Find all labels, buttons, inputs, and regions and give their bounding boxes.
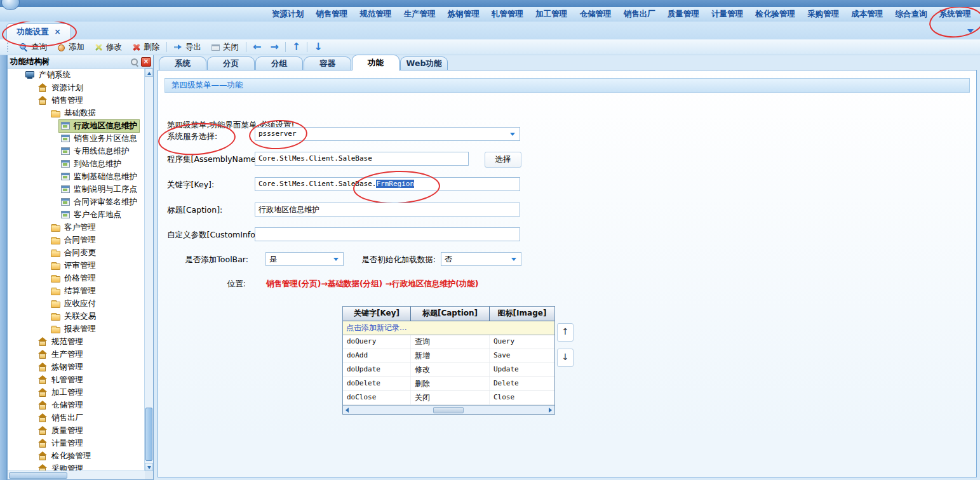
tree-item[interactable]: 合同变更 — [8, 246, 145, 259]
toolbar-button-export[interactable]: 导出 — [169, 41, 206, 54]
chevron-down-icon[interactable] — [967, 29, 974, 33]
grid-add-row[interactable]: 点击添加新记录... — [343, 321, 554, 335]
tree-item[interactable]: 质量管理 — [8, 424, 145, 437]
tree-item[interactable]: 加工管理 — [8, 386, 145, 399]
menu-item[interactable]: 质量管理 — [668, 9, 699, 20]
menu-item[interactable]: 检化验管理 — [755, 9, 795, 20]
tree-item[interactable]: 基础数据 — [8, 107, 145, 119]
scrollbar-thumb[interactable] — [433, 407, 464, 413]
table-row[interactable]: doDelete删除Delete — [343, 377, 554, 391]
menu-item[interactable]: 生产管理 — [404, 9, 436, 20]
custominfo-input[interactable] — [255, 227, 520, 241]
menu-item[interactable]: 轧管管理 — [492, 9, 523, 20]
tree-item[interactable]: 资源计划 — [8, 81, 145, 94]
tree-item[interactable]: 生产管理 — [8, 348, 145, 361]
menu-item[interactable]: 资源计划 — [272, 9, 304, 20]
menu-item[interactable]: 销售管理 — [316, 9, 347, 20]
grid-header-cell[interactable]: 关键字[Key] — [343, 307, 411, 321]
collapsed-side-strip[interactable] — [0, 39, 7, 480]
menu-item[interactable]: 规范管理 — [359, 9, 391, 20]
tree-item[interactable]: 销售业务片区信息 — [8, 132, 145, 145]
tab-close-icon[interactable]: × — [54, 27, 60, 36]
menu-item[interactable]: 加工管理 — [535, 9, 567, 20]
tree-item[interactable]: 合同管理 — [8, 234, 145, 246]
closewin-icon — [211, 43, 220, 51]
table-row[interactable]: doClose关闭Close — [343, 391, 554, 405]
tree-item[interactable]: 产销系统 — [8, 69, 145, 81]
tree-item[interactable]: 销售出厂 — [8, 411, 145, 424]
menu-item[interactable]: 成本管理 — [851, 9, 883, 20]
assembly-input[interactable]: Core.StlMes.Client.SaleBase — [255, 152, 469, 166]
grid-cell-image: Delete — [490, 377, 554, 390]
top-menu: 资源计划销售管理规范管理生产管理炼钢管理轧管管理加工管理仓储管理销售出厂质量管理… — [272, 7, 971, 22]
tree-vertical-scrollbar[interactable] — [144, 69, 153, 471]
tab-Web功能[interactable]: Web功能 — [400, 57, 448, 70]
key-input[interactable]: Core.StlMes.Client.SaleBase.FrmRegion — [255, 177, 520, 191]
tree-item[interactable]: 专用线信息维护 — [8, 145, 145, 157]
table-row[interactable]: doQuery查询Query — [343, 335, 554, 349]
caption-input[interactable]: 行政地区信息维护 — [255, 203, 520, 217]
tree-item[interactable]: 评审管理 — [8, 259, 145, 272]
arrow-left-icon[interactable]: ← — [248, 41, 265, 53]
tree-item[interactable]: 结算管理 — [8, 284, 145, 297]
menu-item[interactable]: 炼钢管理 — [448, 9, 480, 20]
init-load-dropdown[interactable]: 否 — [441, 252, 521, 266]
toolbar-button-closewin[interactable]: 关闭 — [206, 41, 244, 54]
panel-close-icon[interactable]: × — [141, 57, 151, 67]
tree-item[interactable]: 炼钢管理 — [8, 361, 145, 373]
arrow-right-icon[interactable]: → — [265, 41, 283, 53]
tab-系统[interactable]: 系统 — [159, 57, 206, 70]
tree-horizontal-scrollbar[interactable] — [8, 470, 145, 479]
menu-item[interactable]: 系统管理 — [939, 9, 971, 20]
row-move-down-button[interactable]: ↓ — [557, 349, 574, 367]
tree-item[interactable]: 行政地区信息维护 — [8, 119, 145, 132]
toolbar-button-search[interactable]: 查询 — [15, 41, 52, 54]
tree-item[interactable]: 客户仓库地点 — [8, 208, 145, 221]
table-row[interactable]: doUpdate修改Update — [343, 363, 554, 377]
tree-item[interactable]: 仓储管理 — [8, 399, 145, 411]
tree-item[interactable]: 监制说明与工序点 — [8, 183, 145, 196]
toolbar-button-add[interactable]: 添加 — [52, 41, 90, 54]
tab-功能[interactable]: 功能 — [352, 55, 399, 70]
table-row[interactable]: doAdd新增Save — [343, 349, 554, 363]
add-toolbar-dropdown[interactable]: 是 — [265, 252, 344, 266]
tree-item[interactable]: 计量管理 — [8, 437, 145, 450]
scroll-down-icon[interactable] — [145, 463, 153, 471]
scroll-up-icon[interactable] — [145, 69, 153, 77]
tree-item[interactable]: 到站信息维护 — [8, 157, 145, 170]
menu-item[interactable]: 综合查询 — [896, 9, 927, 20]
tree-item[interactable]: 合同评审签名维护 — [8, 196, 145, 208]
tree-item[interactable]: 采购管理 — [8, 462, 145, 471]
menu-item[interactable]: 采购管理 — [807, 9, 839, 20]
arrow-down-icon[interactable]: ↓ — [309, 41, 326, 53]
tree-item[interactable]: 应收应付 — [8, 297, 145, 310]
tree-item[interactable]: 报表管理 — [8, 323, 145, 335]
tree-item[interactable]: 价格管理 — [8, 272, 145, 284]
menu-item[interactable]: 计量管理 — [711, 9, 743, 20]
tree-item[interactable]: 销售管理 — [8, 94, 145, 107]
grid-header-cell[interactable]: 图标[Image] — [490, 307, 554, 321]
tree-item[interactable]: 检化验管理 — [8, 450, 145, 462]
grid-horizontal-scrollbar[interactable] — [343, 405, 554, 414]
tree-item[interactable]: 客户管理 — [8, 221, 145, 234]
tree-item[interactable]: 关联交易 — [8, 310, 145, 323]
pin-icon[interactable] — [130, 58, 138, 66]
tab-分页[interactable]: 分页 — [207, 57, 255, 70]
tab-分组[interactable]: 分组 — [255, 57, 303, 70]
row-move-up-button[interactable]: ↑ — [557, 323, 574, 342]
tab-容器[interactable]: 容器 — [304, 57, 351, 70]
toolbar-button-delete[interactable]: 删除 — [127, 41, 164, 54]
tab-function-settings[interactable]: 功能设置 × — [6, 23, 71, 39]
grid-header-cell[interactable]: 标题[Caption] — [411, 307, 490, 321]
select-button[interactable]: 选择 — [485, 152, 521, 168]
scrollbar-thumb[interactable] — [9, 472, 67, 479]
toolbar-button-edit[interactable]: 修改 — [90, 41, 127, 54]
menu-item[interactable]: 销售出厂 — [624, 9, 655, 20]
service-dropdown[interactable]: pssserver — [255, 127, 520, 141]
tree-item[interactable]: 监制基础信息维护 — [8, 170, 145, 183]
tree-item[interactable]: 规范管理 — [8, 335, 145, 348]
scrollbar-thumb[interactable] — [145, 408, 152, 461]
tree-item[interactable]: 轧管管理 — [8, 373, 145, 386]
arrow-up-icon[interactable]: ↑ — [288, 41, 305, 53]
menu-item[interactable]: 仓储管理 — [580, 9, 612, 20]
